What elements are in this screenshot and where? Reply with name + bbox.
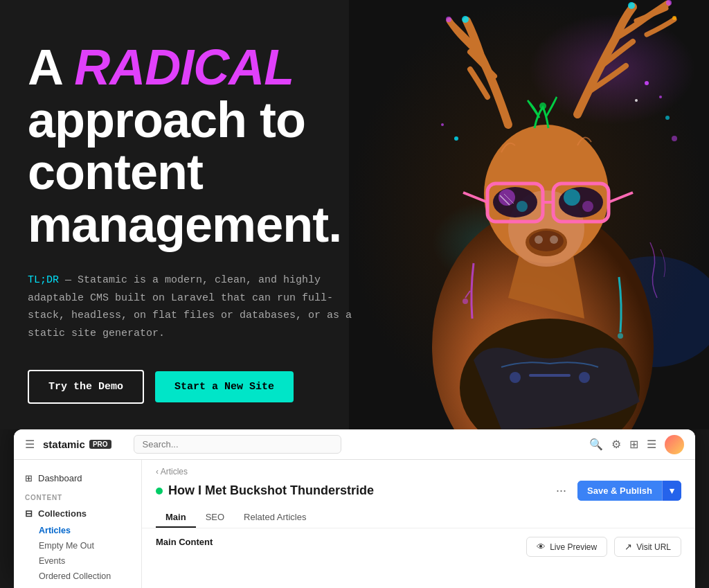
article-title: How I Met Buckshot Thunderstride	[156, 483, 374, 498]
hero-title-radical: RADICAL	[74, 39, 294, 95]
breadcrumb: ‹ Articles	[156, 467, 681, 476]
svg-point-26	[582, 201, 593, 212]
cms-body: ⊞ Dashboard CONTENT ⊟ Collections Articl…	[14, 460, 695, 588]
svg-point-21	[499, 189, 515, 206]
svg-point-41	[672, 136, 677, 141]
sidebar-collections-label: Collections	[38, 508, 87, 519]
breadcrumb-label: Articles	[161, 467, 188, 476]
sidebar-subitem-empty[interactable]: Empty Me Out	[14, 538, 141, 553]
svg-point-27	[535, 235, 543, 244]
cms-topbar-actions: 🔍 ⚙ ⊞ ☰	[589, 435, 684, 454]
sidebar-subitem-ordered[interactable]: Ordered Collection	[14, 569, 141, 584]
sidebar-dashboard-label: Dashboard	[38, 473, 82, 483]
live-preview-label: Live Preview	[550, 542, 597, 552]
article-title-row: How I Met Buckshot Thunderstride ··· Sav…	[156, 481, 681, 501]
svg-point-13	[529, 231, 564, 251]
settings-icon[interactable]: ⚙	[611, 438, 621, 451]
sidebar-subitem-events[interactable]: Events	[14, 553, 141, 569]
tab-related-articles[interactable]: Related Articles	[234, 508, 316, 528]
svg-rect-32	[529, 374, 571, 377]
start-new-site-button[interactable]: Start a New Site	[155, 371, 294, 402]
cms-main-header: ‹ Articles How I Met Buckshot Thunderstr…	[142, 460, 695, 528]
svg-point-42	[665, 116, 670, 120]
preview-actions: 👁 Live Preview ↗ Visit URL	[526, 537, 681, 557]
try-demo-button[interactable]: Try the Demo	[28, 370, 144, 404]
svg-point-22	[517, 201, 528, 212]
main-content-label: Main Content	[156, 537, 213, 547]
cms-preview: ☰ statamic PRO 🔍 ⚙ ⊞ ☰ ⊞ Dashboard CONTE…	[14, 429, 695, 588]
hamburger-icon[interactable]: ☰	[25, 438, 35, 451]
svg-point-5	[446, 17, 451, 22]
hero-content: A RADICAL approach to content management…	[28, 42, 415, 404]
svg-point-19	[493, 187, 537, 217]
save-publish-button[interactable]: Save & Publish ▾	[577, 481, 681, 501]
search-icon[interactable]: 🔍	[589, 438, 603, 451]
more-options-icon[interactable]: ···	[550, 481, 572, 501]
visit-url-button[interactable]: ↗ Visit URL	[614, 537, 681, 557]
svg-point-30	[510, 372, 521, 383]
cms-search-container	[134, 435, 341, 454]
svg-point-28	[550, 235, 558, 244]
save-publish-label: Save & Publish	[577, 481, 662, 501]
article-title-text: How I Met Buckshot Thunderstride	[168, 483, 374, 498]
title-actions: ··· Save & Publish ▾	[550, 481, 681, 501]
collections-icon: ⊟	[25, 508, 33, 519]
sidebar-section-content: CONTENT	[14, 488, 141, 504]
save-publish-dropdown-icon[interactable]: ▾	[662, 481, 681, 501]
svg-point-36	[645, 81, 649, 85]
visit-url-label: Visit URL	[636, 542, 671, 552]
svg-point-25	[564, 189, 580, 206]
sidebar-item-collections[interactable]: ⊟ Collections	[14, 504, 141, 523]
grid-icon[interactable]: ⊞	[629, 438, 638, 451]
hero-description: TL;DR — Statamic is a modern, clean, and…	[28, 271, 360, 342]
dashboard-icon: ⊞	[25, 473, 33, 483]
cms-logo-text: statamic	[43, 438, 85, 450]
svg-point-39	[454, 136, 458, 141]
cms-tabs: Main SEO Related Articles	[156, 508, 681, 528]
tldr-label: TL;DR	[28, 274, 59, 286]
svg-point-38	[635, 99, 638, 102]
hero-buttons: Try the Demo Start a New Site	[28, 370, 415, 404]
tab-main[interactable]: Main	[156, 508, 196, 528]
hero-title: A RADICAL approach to content management…	[28, 42, 415, 251]
breadcrumb-arrow: ‹	[156, 467, 161, 476]
eye-icon: 👁	[537, 542, 546, 552]
tab-seo[interactable]: SEO	[196, 508, 234, 528]
svg-point-37	[659, 96, 662, 98]
svg-point-7	[666, 0, 672, 6]
svg-point-40	[441, 123, 444, 126]
svg-point-31	[579, 372, 590, 383]
svg-point-6	[628, 2, 635, 9]
svg-point-33	[463, 299, 468, 304]
cms-search-input[interactable]	[134, 435, 341, 454]
hero-section: A RADICAL approach to content management…	[0, 0, 709, 429]
cms-content-area: Main Content 👁 Live Preview ↗ Visit URL	[142, 528, 695, 565]
live-preview-button[interactable]: 👁 Live Preview	[526, 537, 607, 557]
list-icon[interactable]: ☰	[647, 438, 656, 451]
hero-description-dash: —	[59, 274, 78, 286]
status-dot	[156, 488, 163, 495]
svg-point-34	[618, 333, 623, 339]
cms-topbar: ☰ statamic PRO 🔍 ⚙ ⊞ ☰	[14, 429, 695, 460]
user-avatar[interactable]	[665, 435, 684, 454]
svg-point-8	[672, 16, 676, 20]
sidebar-item-dashboard[interactable]: ⊞ Dashboard	[14, 468, 141, 488]
cms-logo: statamic PRO	[43, 438, 111, 450]
svg-point-35	[539, 103, 546, 109]
cms-main: ‹ Articles How I Met Buckshot Thunderstr…	[142, 460, 695, 588]
svg-point-1	[529, 14, 695, 125]
external-link-icon: ↗	[625, 542, 632, 552]
cms-logo-badge: PRO	[89, 440, 111, 449]
hero-title-prefix: A	[28, 39, 74, 95]
svg-point-4	[462, 16, 469, 23]
sidebar-subitem-articles[interactable]: Articles	[14, 523, 141, 538]
cms-sidebar: ⊞ Dashboard CONTENT ⊟ Collections Articl…	[14, 460, 142, 588]
